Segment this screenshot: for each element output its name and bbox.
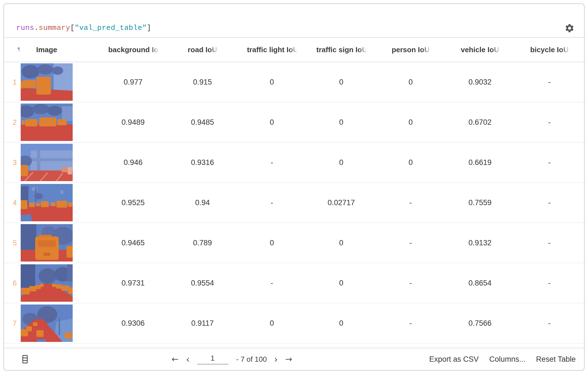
next-page-button[interactable]: › [274,354,278,364]
column-header-traffic-light-iou[interactable]: traffic light IoU [237,45,307,54]
cell-road-iou: 0.9117 [168,319,237,328]
previous-page-button[interactable]: ‹ [186,354,190,364]
segmentation-image-thumbnail[interactable] [21,104,73,141]
cell-traffic-light-iou: 0 [237,78,307,87]
cell-vehicle-iou: 0.8654 [445,279,514,287]
cell-road-iou: 0.789 [168,239,237,247]
row-index[interactable]: 1 [4,78,20,87]
page-range-label: - 7 of 100 [236,355,267,364]
footer-actions: Export as CSV Columns... Reset Table [429,348,576,370]
cell-traffic-sign-iou: 0.02717 [307,198,376,207]
reset-table-button[interactable]: Reset Table [536,355,576,364]
table-row: 2 0.9489 0.9485 0 0 0 [4,102,584,143]
segmentation-overlay-svg [21,104,73,141]
cell-background-iou: 0.9731 [98,279,168,287]
table-header-row: Image background IoU road IoU traffic li… [4,38,584,62]
segmentation-overlay-svg [21,184,73,221]
column-header-bicycle-iou[interactable]: bicycle IoU [515,45,584,54]
table-row: 4 [4,183,584,223]
cell-person-iou: 0 [376,118,445,127]
column-header-road-iou[interactable]: road IoU [168,45,237,54]
filter-button[interactable] [4,47,20,53]
cell-background-iou: 0.977 [98,78,168,87]
cell-bicycle-iou: - [515,118,584,127]
segmentation-image-thumbnail[interactable] [21,184,73,221]
cell-background-iou: 0.9306 [98,319,168,328]
cell-bicycle-iou: - [515,279,584,287]
table-row: 3 0.946 0.9316 - [4,143,584,183]
table-footer: ← ‹ - 7 of 100 › → Export as CSV Columns… [4,348,584,370]
cell-traffic-light-iou: 0 [237,239,307,247]
table-row: 6 0.9731 [4,263,584,303]
cell-road-iou: 0.9316 [168,158,237,167]
column-header-vehicle-iou[interactable]: vehicle IoU [445,45,514,54]
code-token-property: summary [39,24,70,32]
cell-traffic-light-iou: - [237,198,307,207]
cell-background-iou: 0.946 [98,158,168,167]
column-header-background-iou[interactable]: background IoU [98,45,168,54]
export-csv-button[interactable]: Export as CSV [429,355,479,364]
row-index[interactable]: 3 [4,158,20,167]
column-header-traffic-sign-iou[interactable]: traffic sign IoU [307,45,376,54]
last-page-button[interactable]: → [285,355,292,363]
cell-bicycle-iou: - [515,319,584,328]
columns-button[interactable]: Columns... [489,355,525,364]
cell-road-iou: 0.9485 [168,118,237,127]
cell-person-iou: 0 [376,158,445,167]
segmentation-image-thumbnail[interactable] [21,144,73,181]
gear-icon [565,23,575,33]
cell-traffic-light-iou: 0 [237,118,307,127]
row-index[interactable]: 2 [4,118,20,127]
segmentation-overlay-svg [21,144,73,181]
cell-traffic-sign-iou: 0 [307,158,376,167]
cell-background-iou: 0.9525 [98,198,168,207]
row-index[interactable]: 4 [4,198,20,207]
code-token-open-bracket: [ [70,24,75,32]
cell-traffic-sign-iou: 0 [307,279,376,287]
panel-title-bar: runs.summary["val_pred_table"] [4,4,584,38]
column-header-image[interactable]: Image [20,45,98,54]
cell-person-iou: - [376,198,445,207]
cell-traffic-light-iou: - [237,279,307,287]
cell-person-iou: 0 [376,78,445,87]
cell-vehicle-iou: 0.9132 [445,239,514,247]
page-number-input[interactable] [197,354,228,365]
cell-vehicle-iou: 0.7566 [445,319,514,328]
cell-person-iou: - [376,279,445,287]
cell-bicycle-iou: - [515,198,584,207]
row-index[interactable]: 7 [4,319,20,328]
cell-road-iou: 0.915 [168,78,237,87]
segmentation-image-thumbnail[interactable] [21,305,73,342]
column-header-person-iou[interactable]: person IoU [376,45,445,54]
cell-person-iou: - [376,239,445,247]
cell-background-iou: 0.9465 [98,239,168,247]
code-token-close-bracket: ] [147,24,151,32]
first-page-button[interactable]: ← [172,355,179,363]
row-index[interactable]: 5 [4,239,20,247]
row-layout-icon[interactable] [22,355,28,363]
val-pred-table-panel: runs.summary["val_pred_table"] Image bac… [3,3,585,371]
table-body: 1 0.977 0.915 0 0 0 0.9032 [4,62,584,348]
segmentation-image-thumbnail[interactable] [21,224,73,262]
cell-vehicle-iou: 0.6702 [445,118,514,127]
segmentation-image-thumbnail[interactable] [21,63,73,101]
code-token-string: "val_pred_table" [75,24,147,32]
cell-background-iou: 0.9489 [98,118,168,127]
cell-traffic-sign-iou: 0 [307,118,376,127]
cell-traffic-light-iou: 0 [237,319,307,328]
segmentation-image-thumbnail[interactable] [21,264,73,302]
segmentation-overlay-svg [21,63,73,101]
code-token-object: runs [16,24,34,32]
cell-bicycle-iou: - [515,158,584,167]
row-index[interactable]: 6 [4,279,20,287]
cell-traffic-sign-iou: 0 [307,319,376,328]
table-row: 1 0.977 0.915 0 0 0 0.9032 [4,62,584,102]
table-row: 7 0.9306 0.9117 0 [4,303,584,344]
panel-settings-button[interactable] [565,23,575,33]
cell-vehicle-iou: 0.9032 [445,78,514,87]
cell-person-iou: - [376,319,445,328]
segmentation-overlay-svg [21,224,73,262]
table-row: 5 0.9465 0.789 0 0 - 0 [4,223,584,263]
cell-bicycle-iou: - [515,78,584,87]
code-token-dot: . [34,24,39,32]
